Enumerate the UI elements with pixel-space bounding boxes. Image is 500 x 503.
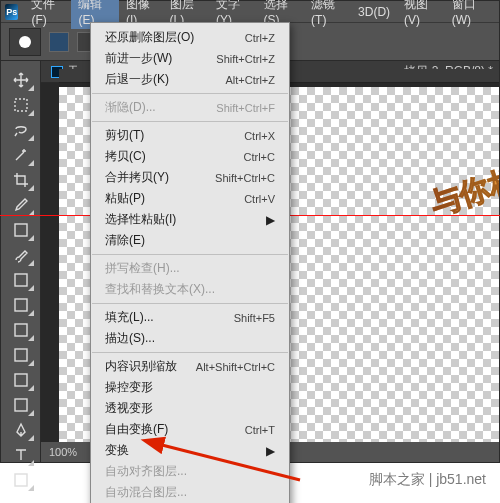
menu-entry-shortcut: Ctrl+X [244, 130, 275, 142]
healing-brush-tool[interactable] [7, 218, 35, 242]
menu-entry-label: 前进一步(W) [105, 50, 172, 67]
menu-entry-11[interactable]: 清除(E) [91, 230, 289, 251]
menu-entry-label: 还原删除图层(O) [105, 29, 194, 46]
menu-entry-label: 填充(L)... [105, 309, 154, 326]
menu-entry-21[interactable]: 透视变形 [91, 398, 289, 419]
menu-entry-2[interactable]: 后退一步(K)Alt+Ctrl+Z [91, 69, 289, 90]
menu-separator [92, 352, 288, 353]
brush-preset-swatch[interactable] [9, 28, 41, 56]
menu-entry-7[interactable]: 拷贝(C)Ctrl+C [91, 146, 289, 167]
menu-entry-label: 后退一步(K) [105, 71, 169, 88]
type-tool[interactable] [7, 443, 35, 467]
menu-entry-9[interactable]: 粘贴(P)Ctrl+V [91, 188, 289, 209]
edit-menu-dropdown: 还原删除图层(O)Ctrl+Z前进一步(W)Shift+Ctrl+Z后退一步(K… [90, 22, 290, 503]
svg-rect-7 [15, 399, 27, 411]
blur-tool[interactable] [7, 368, 35, 392]
menu-entry-label: 拼写检查(H)... [105, 260, 180, 277]
menu-entry-label: 内容识别缩放 [105, 358, 177, 375]
menu-entry-label: 粘贴(P) [105, 190, 145, 207]
menu-entry-16[interactable]: 填充(L)...Shift+F5 [91, 307, 289, 328]
toolbar [1, 61, 41, 462]
menu-entry-shortcut: Ctrl+Z [245, 32, 275, 44]
menu-entry-6[interactable]: 剪切(T)Ctrl+X [91, 125, 289, 146]
menu-entry-label: 自由变换(F) [105, 421, 168, 438]
menu-entry-19[interactable]: 内容识别缩放Alt+Shift+Ctrl+C [91, 356, 289, 377]
marquee-tool[interactable] [7, 93, 35, 117]
menu-separator [92, 121, 288, 122]
svg-rect-3 [15, 299, 27, 311]
svg-rect-4 [15, 324, 27, 336]
menu-entry-label: 查找和替换文本(X)... [105, 281, 215, 298]
move-tool[interactable] [7, 68, 35, 92]
svg-rect-5 [15, 349, 27, 361]
dodge-tool[interactable] [7, 393, 35, 417]
clone-stamp-tool[interactable] [7, 268, 35, 292]
eraser-tool[interactable] [7, 318, 35, 342]
menu-entry-shortcut: Shift+Ctrl+F [216, 102, 275, 114]
menu-entry-shortcut: Ctrl+V [244, 193, 275, 205]
menu-entry-label: 描边(S)... [105, 330, 155, 347]
menu-entry-label: 选择性粘贴(I) [105, 211, 176, 228]
eyedropper-tool[interactable] [7, 193, 35, 217]
menu-entry-4: 渐隐(D)...Shift+Ctrl+F [91, 97, 289, 118]
history-brush-tool[interactable] [7, 293, 35, 317]
menubar: Ps文件(F)编辑(E)图像(I)图层(L)文字(Y)选择(S)滤镜(T)3D(… [1, 1, 499, 23]
menu-separator [92, 93, 288, 94]
pen-tool[interactable] [7, 418, 35, 442]
lasso-tool[interactable] [7, 118, 35, 142]
menu-entry-20[interactable]: 操控变形 [91, 377, 289, 398]
ps-logo: Ps [5, 4, 18, 20]
svg-rect-6 [15, 374, 27, 386]
watermark: 脚本之家 | jb51.net [369, 471, 486, 489]
menu-entry-shortcut: Shift+Ctrl+Z [216, 53, 275, 65]
menu-entry-shortcut: Ctrl+T [245, 424, 275, 436]
menu-entry-0[interactable]: 还原删除图层(O)Ctrl+Z [91, 27, 289, 48]
menu-entry-shortcut: Alt+Ctrl+Z [225, 74, 275, 86]
menu-entry-label: 清除(E) [105, 232, 145, 249]
svg-rect-1 [15, 224, 27, 236]
menu-entry-label: 自动混合图层... [105, 484, 187, 501]
svg-rect-2 [15, 274, 27, 286]
menu-entry-label: 操控变形 [105, 379, 153, 396]
optbar-icon-1[interactable] [49, 32, 69, 52]
menu-separator [92, 303, 288, 304]
menu-entry-shortcut: Alt+Shift+Ctrl+C [196, 361, 275, 373]
menu-item-0[interactable]: 文件(F) [24, 0, 71, 29]
menu-entry-label: 拷贝(C) [105, 148, 146, 165]
menu-entry-label: 变换 [105, 442, 129, 459]
menu-entry-8[interactable]: 合并拷贝(Y)Shift+Ctrl+C [91, 167, 289, 188]
menu-entry-14: 查找和替换文本(X)... [91, 279, 289, 300]
submenu-arrow-icon: ▶ [266, 213, 275, 227]
menu-entry-label: 自动对齐图层... [105, 463, 187, 480]
magic-wand-tool[interactable] [7, 143, 35, 167]
menu-entry-25: 自动混合图层... [91, 482, 289, 503]
menu-entry-label: 渐隐(D)... [105, 99, 156, 116]
submenu-arrow-icon: ▶ [266, 444, 275, 458]
menu-entry-label: 合并拷贝(Y) [105, 169, 169, 186]
path-selection-tool[interactable] [7, 468, 35, 492]
menu-entry-label: 剪切(T) [105, 127, 144, 144]
gradient-tool[interactable] [7, 343, 35, 367]
menu-entry-label: 透视变形 [105, 400, 153, 417]
menu-entry-10[interactable]: 选择性粘贴(I)▶ [91, 209, 289, 230]
menu-item-8[interactable]: 视图(V) [397, 0, 445, 29]
menu-item-6[interactable]: 滤镜(T) [304, 0, 351, 29]
crop-tool[interactable] [7, 168, 35, 192]
menu-entry-1[interactable]: 前进一步(W)Shift+Ctrl+Z [91, 48, 289, 69]
menu-entry-13: 拼写检查(H)... [91, 258, 289, 279]
zoom-readout[interactable]: 100% [49, 446, 77, 458]
brush-tool[interactable] [7, 243, 35, 267]
menu-entry-22[interactable]: 自由变换(F)Ctrl+T [91, 419, 289, 440]
menu-entry-17[interactable]: 描边(S)... [91, 328, 289, 349]
svg-rect-8 [15, 474, 27, 486]
menu-entry-shortcut: Shift+Ctrl+C [215, 172, 275, 184]
menu-item-9[interactable]: 窗口(W) [445, 0, 495, 29]
menu-entry-shortcut: Ctrl+C [244, 151, 275, 163]
svg-rect-0 [15, 99, 27, 111]
menu-item-7[interactable]: 3D(D) [351, 3, 397, 21]
menu-separator [92, 254, 288, 255]
menu-entry-shortcut: Shift+F5 [234, 312, 275, 324]
menu-entry-24: 自动对齐图层... [91, 461, 289, 482]
menu-entry-23[interactable]: 变换▶ [91, 440, 289, 461]
